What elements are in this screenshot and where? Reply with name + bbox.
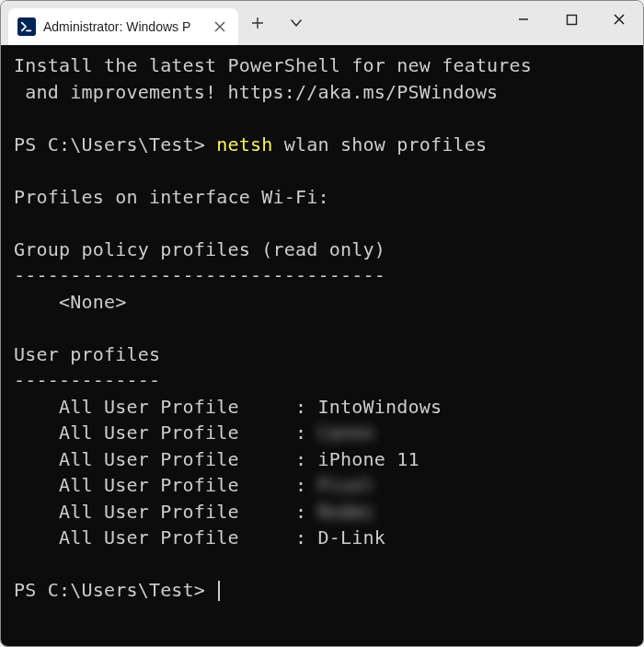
profile-label: All User Profile : bbox=[14, 448, 318, 470]
window-controls bbox=[500, 1, 643, 38]
command-rest: wlan show profiles bbox=[273, 133, 488, 156]
group-policy-none: <None> bbox=[14, 291, 126, 313]
profile-label: All User Profile : bbox=[14, 474, 318, 496]
app-window: Administrator: Windows P bbox=[0, 0, 644, 647]
group-policy-header: Group policy profiles (read only) bbox=[14, 238, 385, 260]
banner-line: and improvements! https://aka.ms/PSWindo… bbox=[14, 81, 498, 103]
cursor-icon bbox=[218, 581, 220, 601]
profile-name-redacted: Pixel bbox=[318, 474, 397, 496]
profile-label: All User Profile : bbox=[14, 501, 318, 523]
profile-name: D-Link bbox=[318, 526, 385, 549]
profile-label: All User Profile : bbox=[14, 396, 318, 418]
prompt-text: PS C:\Users\Test> bbox=[14, 579, 216, 601]
close-window-button[interactable] bbox=[595, 1, 643, 38]
profile-label: All User Profile : bbox=[14, 526, 318, 549]
rule-line: --------------------------------- bbox=[14, 264, 385, 286]
command-token: netsh bbox=[216, 133, 272, 156]
tab-actions bbox=[238, 1, 316, 45]
new-tab-button[interactable] bbox=[238, 1, 277, 45]
prompt-text: PS C:\Users\Test> bbox=[14, 133, 216, 156]
profile-name: IntoWindows bbox=[318, 396, 443, 418]
terminal-pane[interactable]: Install the latest PowerShell for new fe… bbox=[1, 45, 643, 646]
profile-name-redacted: Redmi bbox=[318, 501, 397, 523]
user-profiles-header: User profiles bbox=[14, 343, 160, 365]
tab-title: Administrator: Windows P bbox=[43, 19, 203, 34]
profile-name-redacted: Canon bbox=[318, 422, 397, 444]
profile-name: iPhone 11 bbox=[318, 448, 420, 470]
section-header: Profiles on interface Wi-Fi: bbox=[14, 186, 329, 208]
profile-label: All User Profile : bbox=[14, 422, 318, 444]
minimize-button[interactable] bbox=[500, 1, 547, 38]
powershell-icon bbox=[17, 17, 36, 36]
maximize-button[interactable] bbox=[547, 1, 595, 38]
tab-dropdown-button[interactable] bbox=[277, 1, 316, 45]
titlebar: Administrator: Windows P bbox=[1, 1, 643, 45]
svg-rect-6 bbox=[567, 15, 576, 24]
tab-strip: Administrator: Windows P bbox=[1, 1, 238, 45]
tab-active[interactable]: Administrator: Windows P bbox=[8, 8, 238, 45]
rule-line: ------------- bbox=[14, 369, 160, 391]
close-tab-button[interactable] bbox=[211, 17, 229, 36]
banner-line: Install the latest PowerShell for new fe… bbox=[14, 54, 532, 76]
